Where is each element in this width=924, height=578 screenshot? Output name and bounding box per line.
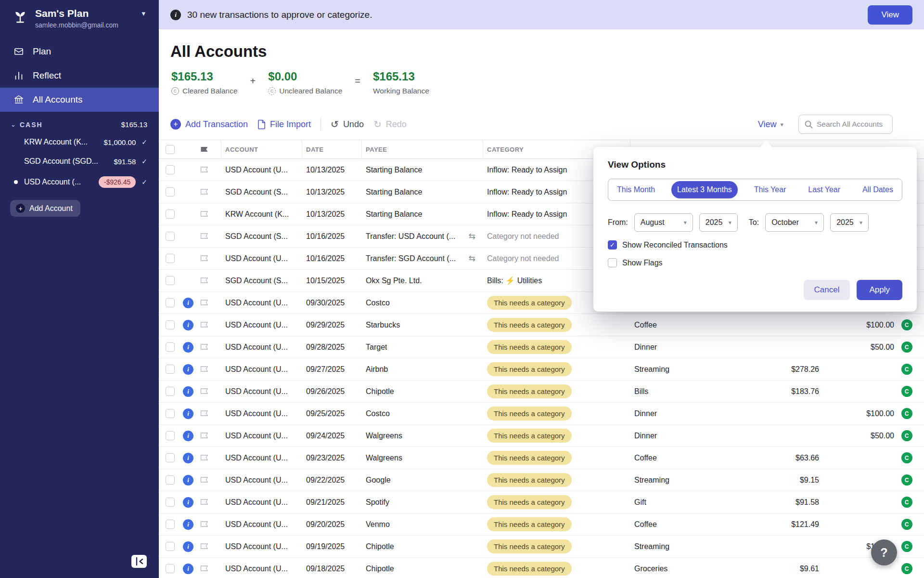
row-checkbox[interactable] bbox=[166, 365, 175, 374]
range-option-all-dates[interactable]: All Dates bbox=[857, 181, 899, 198]
row-checkbox[interactable] bbox=[166, 409, 175, 418]
range-option-last-year[interactable]: Last Year bbox=[802, 181, 846, 198]
table-row[interactable]: iUSD Account (U...09/28/2025TargetThis n… bbox=[159, 336, 924, 358]
row-checkbox[interactable] bbox=[166, 320, 175, 329]
plan-switcher[interactable]: Sam's Plan ▾ samlee.mobbin@gmail.com bbox=[0, 0, 159, 36]
info-icon[interactable]: i bbox=[183, 431, 193, 441]
show-reconciled-checkbox[interactable]: ✓ bbox=[608, 240, 617, 250]
range-option-this-month[interactable]: This Month bbox=[611, 181, 661, 198]
column-header-date[interactable]: DATE bbox=[302, 140, 362, 158]
needs-category-badge[interactable]: This needs a category bbox=[487, 384, 572, 398]
cleared-icon[interactable]: C bbox=[901, 452, 912, 463]
row-checkbox[interactable] bbox=[166, 387, 175, 396]
flag-icon[interactable] bbox=[200, 521, 209, 527]
search-input[interactable] bbox=[817, 120, 887, 129]
cleared-icon[interactable]: C bbox=[901, 541, 912, 552]
info-icon[interactable]: i bbox=[183, 541, 193, 552]
cleared-icon[interactable]: C bbox=[901, 386, 912, 397]
info-icon[interactable]: i bbox=[183, 364, 193, 375]
from-month-select[interactable]: August ▾ bbox=[634, 213, 693, 232]
range-option-this-year[interactable]: This Year bbox=[748, 181, 792, 198]
table-row[interactable]: iUSD Account (U...09/29/2025StarbucksThi… bbox=[159, 314, 924, 336]
table-row[interactable]: iUSD Account (U...09/26/2025ChipotleThis… bbox=[159, 381, 924, 403]
info-icon[interactable]: i bbox=[183, 497, 193, 508]
sidebar-account-item[interactable]: KRW Account (K...$1,000.00✓ bbox=[0, 132, 159, 152]
needs-category-badge[interactable]: This needs a category bbox=[487, 340, 572, 354]
apply-button[interactable]: Apply bbox=[857, 280, 902, 300]
table-row[interactable]: iUSD Account (U...09/22/2025GoogleThis n… bbox=[159, 469, 924, 491]
needs-category-badge[interactable]: This needs a category bbox=[487, 407, 572, 420]
flag-icon[interactable] bbox=[200, 499, 209, 505]
show-reconciled-option[interactable]: ✓ Show Reconciled Transactions bbox=[608, 240, 902, 250]
row-checkbox[interactable] bbox=[166, 254, 175, 263]
info-icon[interactable]: i bbox=[183, 519, 193, 530]
column-header-account[interactable]: ACCOUNT bbox=[221, 140, 302, 158]
view-dropdown[interactable]: View ▾ bbox=[758, 119, 783, 130]
row-checkbox[interactable] bbox=[166, 210, 175, 219]
info-icon[interactable]: i bbox=[183, 320, 193, 330]
info-icon[interactable]: i bbox=[183, 298, 193, 308]
row-checkbox[interactable] bbox=[166, 453, 175, 462]
flag-icon[interactable] bbox=[200, 477, 209, 483]
flag-icon[interactable] bbox=[200, 565, 209, 572]
needs-category-badge[interactable]: This needs a category bbox=[487, 562, 572, 576]
column-header-payee[interactable]: PAYEE bbox=[362, 140, 483, 158]
collapse-sidebar-button[interactable] bbox=[131, 554, 147, 568]
flag-icon[interactable] bbox=[200, 189, 209, 195]
flag-icon[interactable] bbox=[200, 233, 209, 239]
show-flags-checkbox[interactable] bbox=[608, 258, 617, 267]
info-icon[interactable]: i bbox=[183, 408, 193, 419]
flag-icon[interactable] bbox=[200, 211, 209, 217]
info-icon[interactable]: i bbox=[183, 342, 193, 353]
cancel-button[interactable]: Cancel bbox=[804, 280, 850, 300]
row-checkbox[interactable] bbox=[166, 276, 175, 285]
needs-category-badge[interactable]: This needs a category bbox=[487, 296, 572, 310]
row-checkbox[interactable] bbox=[166, 564, 175, 573]
needs-category-badge[interactable]: This needs a category bbox=[487, 451, 572, 465]
needs-category-badge[interactable]: This needs a category bbox=[487, 429, 572, 443]
row-checkbox[interactable] bbox=[166, 431, 175, 440]
range-option-latest-3-months[interactable]: Latest 3 Months bbox=[671, 181, 738, 198]
flag-icon[interactable] bbox=[200, 366, 209, 372]
add-account-button[interactable]: + Add Account bbox=[10, 200, 80, 217]
cleared-icon[interactable]: C bbox=[901, 474, 912, 486]
row-checkbox[interactable] bbox=[166, 498, 175, 507]
sidebar-item-plan[interactable]: Plan bbox=[0, 39, 159, 64]
cleared-icon[interactable]: C bbox=[901, 342, 912, 353]
row-checkbox[interactable] bbox=[166, 520, 175, 529]
row-checkbox[interactable] bbox=[166, 298, 175, 307]
flag-icon[interactable] bbox=[200, 410, 209, 417]
sidebar-group-cash[interactable]: ⌄ CASH $165.13 bbox=[0, 112, 159, 132]
table-row[interactable]: iUSD Account (U...09/19/2025ChipotleThis… bbox=[159, 536, 924, 558]
needs-category-badge[interactable]: This needs a category bbox=[487, 539, 572, 553]
needs-category-badge[interactable]: This needs a category bbox=[487, 473, 572, 487]
flag-icon[interactable] bbox=[200, 455, 209, 461]
to-year-select[interactable]: 2025 ▾ bbox=[830, 213, 869, 232]
table-row[interactable]: iUSD Account (U...09/27/2025AirbnbThis n… bbox=[159, 358, 924, 381]
to-month-select[interactable]: October ▾ bbox=[765, 213, 824, 232]
flag-icon[interactable] bbox=[200, 300, 209, 306]
cleared-icon[interactable]: C bbox=[901, 430, 912, 441]
redo-button[interactable]: ↻ Redo bbox=[373, 119, 407, 130]
cleared-icon[interactable]: C bbox=[901, 563, 912, 574]
sidebar-account-item[interactable]: SGD Account (SGD...$91.58✓ bbox=[0, 152, 159, 171]
table-row[interactable]: iUSD Account (U...09/20/2025VenmoThis ne… bbox=[159, 513, 924, 536]
table-row[interactable]: iUSD Account (U...09/25/2025CostcoThis n… bbox=[159, 403, 924, 425]
flag-icon[interactable] bbox=[200, 344, 209, 350]
sidebar-item-reflect[interactable]: Reflect bbox=[0, 64, 159, 88]
row-checkbox[interactable] bbox=[166, 475, 175, 485]
file-import-button[interactable]: File Import bbox=[257, 119, 311, 130]
row-checkbox[interactable] bbox=[166, 165, 175, 174]
flag-icon[interactable] bbox=[200, 322, 209, 328]
row-checkbox[interactable] bbox=[166, 187, 175, 197]
row-checkbox[interactable] bbox=[166, 542, 175, 551]
row-checkbox[interactable] bbox=[166, 342, 175, 352]
flag-icon[interactable] bbox=[200, 543, 209, 550]
cleared-icon[interactable]: C bbox=[901, 497, 912, 508]
sidebar-item-all-accounts[interactable]: All Accounts bbox=[0, 88, 159, 112]
flag-icon[interactable] bbox=[200, 255, 209, 262]
flag-icon[interactable] bbox=[200, 277, 209, 284]
sidebar-account-item[interactable]: USD Account (...-$926.45✓ bbox=[0, 171, 159, 193]
row-checkbox[interactable] bbox=[166, 232, 175, 241]
table-row[interactable]: iUSD Account (U...09/21/2025SpotifyThis … bbox=[159, 491, 924, 513]
